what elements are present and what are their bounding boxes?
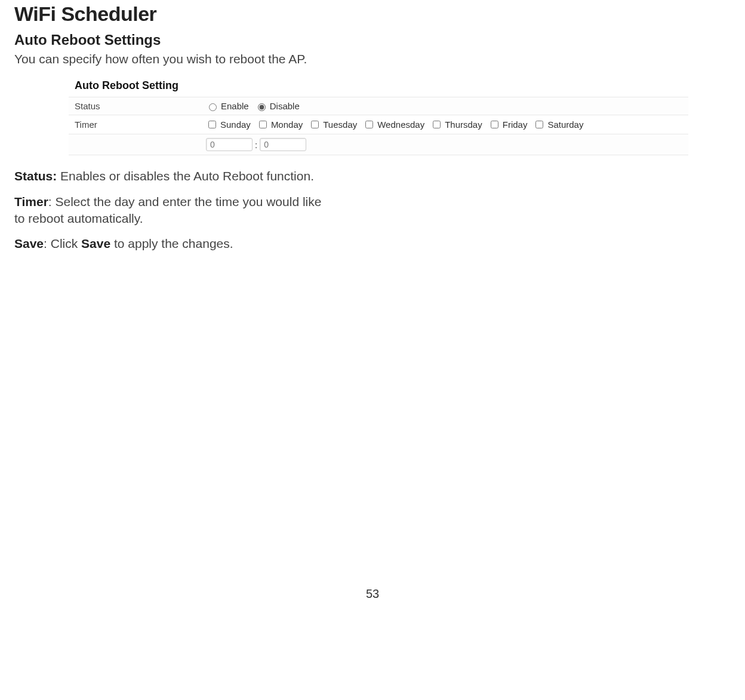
def-timer-desc2: to reboot automatically.	[14, 211, 143, 225]
day-wednesday-label: Wednesday	[377, 119, 424, 130]
def-status: Status: Enables or disables the Auto Reb…	[14, 168, 731, 185]
page-title: WiFi Scheduler	[14, 2, 731, 26]
timer-days-row: Timer Sunday Monday Tuesday Wednesday Th…	[69, 115, 688, 134]
day-thursday-label: Thursday	[445, 119, 482, 130]
day-friday-checkbox[interactable]	[491, 121, 498, 128]
section-subtitle: Auto Reboot Settings	[14, 32, 731, 48]
day-tuesday-label: Tuesday	[323, 119, 357, 130]
timer-time-controls: :	[200, 134, 688, 155]
day-saturday-checkbox[interactable]	[535, 121, 543, 128]
status-enable-label: Enable	[221, 101, 249, 111]
status-enable-radio[interactable]	[209, 103, 217, 111]
status-disable-label: Disable	[270, 101, 300, 111]
status-label: Status	[69, 97, 200, 115]
day-friday-label: Friday	[503, 119, 528, 130]
def-timer-desc1: : Select the day and enter the time you …	[48, 195, 322, 208]
page-number: 53	[14, 587, 731, 601]
def-timer-term: Timer	[14, 195, 48, 208]
minute-input[interactable]	[260, 138, 306, 151]
hour-input[interactable]	[206, 138, 253, 151]
time-separator: :	[253, 140, 260, 150]
day-saturday-label: Saturday	[547, 119, 583, 130]
settings-table: Status Enable Disable Timer	[69, 97, 688, 155]
timer-time-empty-label	[69, 134, 200, 155]
day-tuesday-checkbox[interactable]	[311, 121, 319, 128]
settings-panel: Auto Reboot Setting Status Enable Disabl…	[68, 75, 689, 156]
timer-time-row: :	[69, 134, 688, 155]
def-timer: Timer: Select the day and enter the time…	[14, 194, 731, 228]
definitions-block: Status: Enables or disables the Auto Reb…	[14, 168, 731, 252]
status-controls: Enable Disable	[200, 97, 688, 115]
day-wednesday-checkbox[interactable]	[365, 121, 373, 128]
status-row: Status Enable Disable	[69, 97, 688, 115]
document-page: WiFi Scheduler Auto Reboot Settings You …	[0, 2, 745, 613]
def-save: Save: Click Save to apply the changes.	[14, 235, 731, 252]
day-monday-label: Monday	[271, 119, 303, 130]
def-save-desc: to apply the changes.	[110, 237, 233, 250]
def-status-term: Status:	[14, 169, 57, 183]
day-monday-checkbox[interactable]	[259, 121, 267, 128]
day-sunday-checkbox[interactable]	[208, 121, 216, 128]
def-save-term2: Save	[81, 237, 110, 250]
panel-heading: Auto Reboot Setting	[69, 76, 688, 97]
def-save-mid: : Click	[44, 237, 81, 250]
intro-text: You can specify how often you wish to re…	[14, 51, 731, 67]
timer-label: Timer	[69, 115, 200, 134]
day-sunday-label: Sunday	[220, 119, 251, 130]
status-disable-radio[interactable]	[258, 103, 266, 111]
def-status-desc: Enables or disables the Auto Reboot func…	[57, 169, 314, 183]
timer-days-controls: Sunday Monday Tuesday Wednesday Thursday…	[200, 115, 688, 134]
def-save-term: Save	[14, 237, 44, 250]
day-thursday-checkbox[interactable]	[433, 121, 441, 128]
